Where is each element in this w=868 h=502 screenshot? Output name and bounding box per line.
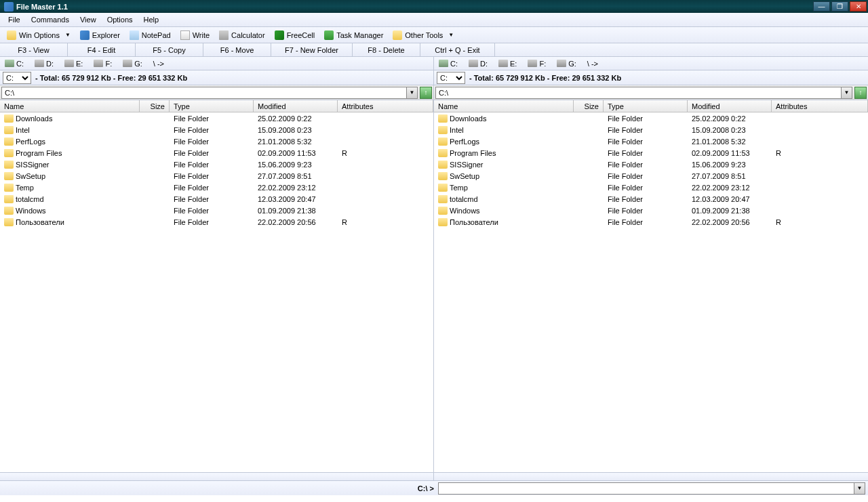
- other-tools-button[interactable]: Other Tools▼: [389, 29, 458, 41]
- col-name[interactable]: Name: [0, 100, 140, 112]
- file-name: Intel: [16, 126, 30, 134]
- file-list-right[interactable]: DownloadsFile Folder25.02.2009 0:22Intel…: [434, 112, 868, 472]
- file-list-left[interactable]: DownloadsFile Folder25.02.2009 0:22Intel…: [0, 112, 433, 472]
- file-row[interactable]: TempFile Folder22.02.2009 23:12: [0, 182, 433, 193]
- command-dropdown[interactable]: ▼: [854, 482, 865, 495]
- root-button[interactable]: \ ->: [151, 59, 166, 68]
- folder-icon: [4, 126, 14, 134]
- folder-icon: [438, 207, 448, 215]
- folder-icon: [438, 114, 448, 123]
- drive-f-button[interactable]: F:: [526, 59, 548, 68]
- file-type: File Folder: [604, 195, 688, 203]
- minimize-button[interactable]: —: [813, 1, 830, 12]
- drive-select-right[interactable]: C:: [437, 72, 465, 84]
- file-row[interactable]: WindowsFile Folder01.09.2009 21:38: [0, 205, 433, 216]
- col-attributes[interactable]: Attributes: [772, 100, 868, 112]
- drive-select-left[interactable]: C:: [3, 72, 31, 84]
- taskmgr-button[interactable]: Task Manager: [320, 29, 387, 41]
- drive-g-button[interactable]: G:: [121, 59, 144, 68]
- file-row[interactable]: TempFile Folder22.02.2009 23:12: [434, 182, 868, 193]
- file-row[interactable]: totalcmdFile Folder12.03.2009 20:47: [0, 193, 433, 205]
- f8-delete-button[interactable]: F8 - Delete: [353, 43, 420, 56]
- file-row[interactable]: SwSetupFile Folder27.07.2009 8:51: [434, 170, 868, 182]
- drive-e-button[interactable]: E:: [496, 59, 519, 68]
- col-name[interactable]: Name: [434, 100, 574, 112]
- command-input[interactable]: [438, 482, 854, 495]
- file-name: Downloads: [16, 114, 52, 123]
- file-modified: 21.01.2008 5:32: [254, 138, 338, 146]
- file-header-right: Name Size Type Modified Attributes: [434, 100, 868, 112]
- menu-file[interactable]: File: [3, 14, 26, 25]
- drive-f-button[interactable]: F:: [92, 59, 114, 68]
- write-button[interactable]: Write: [176, 29, 214, 41]
- file-row[interactable]: SwSetupFile Folder27.07.2009 8:51: [0, 170, 433, 182]
- menu-commands[interactable]: Commands: [26, 14, 75, 25]
- root-button[interactable]: \ ->: [585, 59, 600, 68]
- file-row[interactable]: IntelFile Folder15.09.2008 0:23: [0, 124, 433, 135]
- menu-view[interactable]: View: [75, 14, 102, 25]
- f5-copy-button[interactable]: F5 - Copy: [136, 43, 203, 56]
- drive-d-button[interactable]: D:: [33, 59, 56, 68]
- file-name: Windows: [16, 207, 46, 215]
- f6-move-button[interactable]: F6 - Move: [203, 43, 271, 56]
- file-name: totalcmd: [450, 195, 478, 203]
- path-input-left[interactable]: [1, 87, 407, 99]
- up-button-left[interactable]: ↑: [420, 87, 432, 99]
- close-button[interactable]: ✕: [850, 1, 867, 12]
- f7-newfolder-button[interactable]: F7 - New Folder: [271, 43, 353, 56]
- command-prompt: C:\ >: [3, 484, 434, 493]
- quit-button[interactable]: Ctrl + Q - Exit: [420, 43, 495, 56]
- col-type[interactable]: Type: [170, 100, 254, 112]
- col-type[interactable]: Type: [604, 100, 688, 112]
- explorer-button[interactable]: Explorer: [76, 29, 124, 41]
- file-row[interactable]: Program FilesFile Folder02.09.2009 11:53…: [434, 147, 868, 159]
- col-attributes[interactable]: Attributes: [338, 100, 433, 112]
- file-modified: 01.09.2009 21:38: [254, 207, 338, 215]
- f3-view-button[interactable]: F3 - View: [0, 43, 68, 56]
- file-row[interactable]: DownloadsFile Folder25.02.2009 0:22: [434, 112, 868, 124]
- file-row[interactable]: ПользователиFile Folder22.02.2009 20:56R: [0, 216, 433, 228]
- freecell-button[interactable]: FreeCell: [271, 29, 319, 41]
- file-row[interactable]: totalcmdFile Folder12.03.2009 20:47: [434, 193, 868, 205]
- menu-options[interactable]: Options: [102, 14, 138, 25]
- file-row[interactable]: PerfLogsFile Folder21.01.2008 5:32: [0, 135, 433, 147]
- file-modified: 15.09.2008 0:23: [254, 126, 338, 134]
- menu-help[interactable]: Help: [138, 14, 165, 25]
- notepad-button[interactable]: NotePad: [125, 29, 175, 41]
- file-row[interactable]: DownloadsFile Folder25.02.2009 0:22: [0, 112, 433, 124]
- titlebar: File Master 1.1 — ❐ ✕: [0, 0, 868, 13]
- drive-c-button[interactable]: C:: [3, 59, 26, 68]
- file-modified: 25.02.2009 0:22: [254, 114, 338, 123]
- command-bar: C:\ > ▼: [0, 480, 868, 495]
- file-row[interactable]: PerfLogsFile Folder21.01.2008 5:32: [434, 135, 868, 147]
- col-size[interactable]: Size: [574, 100, 604, 112]
- path-input-right[interactable]: [435, 87, 842, 99]
- maximize-button[interactable]: ❐: [831, 1, 848, 12]
- path-dropdown-left[interactable]: ▼: [407, 87, 418, 99]
- file-row[interactable]: SISSignerFile Folder15.06.2009 9:23: [0, 159, 433, 170]
- col-modified[interactable]: Modified: [688, 100, 772, 112]
- chevron-down-icon: ▼: [65, 32, 71, 38]
- folder-icon: [4, 138, 14, 146]
- file-type: File Folder: [604, 207, 688, 215]
- path-dropdown-right[interactable]: ▼: [842, 87, 852, 99]
- drive-c-button[interactable]: C:: [437, 59, 460, 68]
- drive-e-button[interactable]: E:: [62, 59, 85, 68]
- file-type: File Folder: [170, 207, 254, 215]
- drive-g-button[interactable]: G:: [555, 59, 578, 68]
- file-row[interactable]: WindowsFile Folder01.09.2009 21:38: [434, 205, 868, 216]
- win-options-button[interactable]: Win Options▼: [3, 29, 75, 41]
- drive-d-button[interactable]: D:: [467, 59, 490, 68]
- file-row[interactable]: Program FilesFile Folder02.09.2009 11:53…: [0, 147, 433, 159]
- file-type: File Folder: [604, 138, 688, 146]
- file-row[interactable]: SISSignerFile Folder15.06.2009 9:23: [434, 159, 868, 170]
- up-button-right[interactable]: ↑: [854, 87, 867, 99]
- calculator-button[interactable]: Calculator: [215, 29, 269, 41]
- f4-edit-button[interactable]: F4 - Edit: [68, 43, 136, 56]
- col-size[interactable]: Size: [140, 100, 170, 112]
- file-row[interactable]: IntelFile Folder15.09.2008 0:23: [434, 124, 868, 135]
- file-row[interactable]: ПользователиFile Folder22.02.2009 20:56R: [434, 216, 868, 228]
- col-modified[interactable]: Modified: [254, 100, 338, 112]
- right-panel: C: D: E: F: G: \ -> C: - Total: 65 729 9…: [434, 57, 868, 480]
- explorer-icon: [80, 30, 90, 40]
